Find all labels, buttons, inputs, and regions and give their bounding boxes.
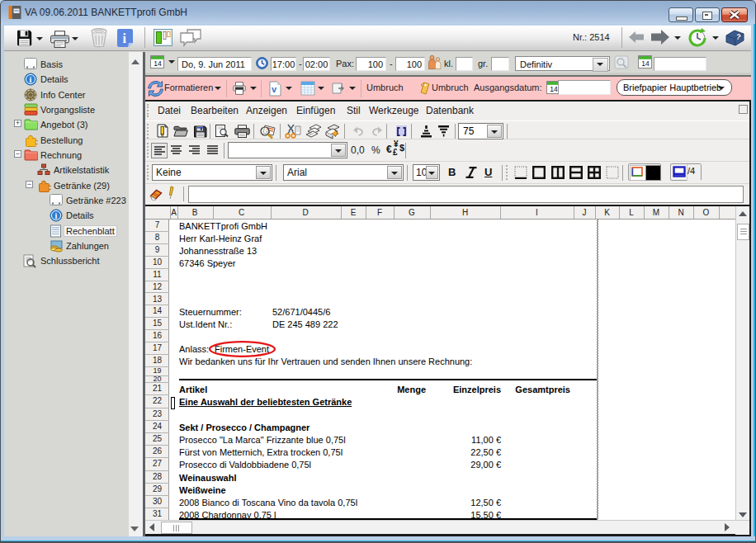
svg-text:14: 14 [154,59,162,68]
svg-text:14: 14 [550,85,558,93]
svg-text:i: i [29,75,31,84]
svg-text:i: i [123,31,127,45]
svg-text:i: i [54,211,57,220]
svg-text:14: 14 [641,59,650,68]
svg-text:v: v [272,84,277,94]
